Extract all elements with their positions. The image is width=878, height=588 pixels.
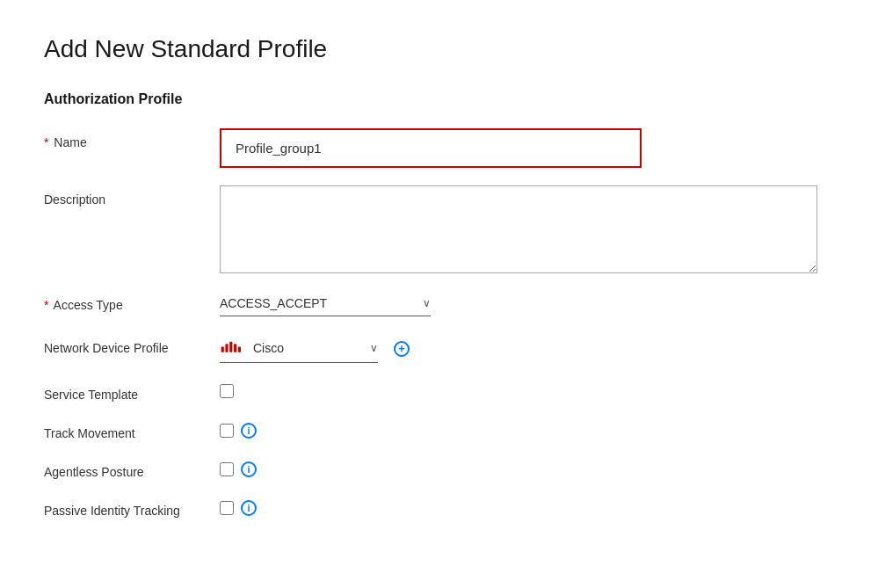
access-type-chevron-icon: ∨ bbox=[423, 297, 431, 309]
access-type-dropdown[interactable]: ACCESS_ACCEPT ∨ bbox=[220, 291, 431, 316]
name-label: * Name bbox=[44, 128, 220, 149]
agentless-posture-checkbox[interactable] bbox=[220, 462, 234, 476]
access-type-row: * Access Type ACCESS_ACCEPT ∨ bbox=[44, 291, 834, 316]
description-textarea[interactable] bbox=[220, 185, 817, 273]
agentless-posture-info-icon[interactable]: i bbox=[241, 461, 257, 477]
name-field-wrap bbox=[220, 128, 817, 168]
description-field-wrap bbox=[220, 185, 817, 277]
track-movement-label: Track Movement bbox=[44, 419, 220, 440]
name-row: * Name bbox=[44, 128, 834, 168]
agentless-posture-checkbox-wrap: i bbox=[220, 458, 817, 477]
network-device-profile-value: Cisco bbox=[253, 341, 363, 355]
access-type-label: * Access Type bbox=[44, 291, 220, 312]
access-type-value: ACCESS_ACCEPT bbox=[220, 296, 416, 310]
passive-identity-tracking-checkbox[interactable] bbox=[220, 501, 234, 515]
service-template-row: Service Template bbox=[44, 381, 834, 402]
svg-rect-3 bbox=[234, 344, 236, 352]
network-device-profile-dropdown[interactable]: Cisco ∨ bbox=[220, 334, 378, 363]
passive-identity-tracking-info-icon[interactable]: i bbox=[241, 500, 257, 516]
network-device-profile-row: Network Device Profile bbox=[44, 334, 834, 363]
service-template-checkbox[interactable] bbox=[220, 384, 234, 398]
svg-rect-1 bbox=[225, 344, 228, 352]
authorization-profile-section: Authorization Profile * Name Description… bbox=[44, 91, 834, 518]
network-device-profile-wrap: Cisco ∨ + bbox=[220, 334, 817, 363]
access-type-required-marker: * bbox=[44, 298, 48, 312]
name-required-marker: * bbox=[44, 135, 48, 149]
access-type-field-wrap: ACCESS_ACCEPT ∨ bbox=[220, 291, 817, 316]
page-title: Add New Standard Profile bbox=[44, 35, 834, 63]
section-title: Authorization Profile bbox=[44, 91, 834, 107]
description-row: Description bbox=[44, 185, 834, 277]
agentless-posture-wrap: i bbox=[220, 458, 817, 477]
service-template-wrap bbox=[220, 381, 817, 398]
network-device-profile-label: Network Device Profile bbox=[44, 334, 220, 355]
name-input[interactable] bbox=[236, 141, 626, 156]
track-movement-wrap: i bbox=[220, 419, 817, 439]
network-device-profile-chevron-icon: ∨ bbox=[370, 342, 378, 354]
track-movement-checkbox-wrap: i bbox=[220, 419, 817, 439]
passive-identity-tracking-checkbox-wrap: i bbox=[220, 497, 817, 516]
passive-identity-tracking-label: Passive Identity Tracking bbox=[44, 497, 220, 518]
passive-identity-tracking-row: Passive Identity Tracking i bbox=[44, 497, 834, 518]
cisco-logo-icon bbox=[220, 339, 248, 357]
track-movement-checkbox[interactable] bbox=[220, 424, 234, 438]
agentless-posture-row: Agentless Posture i bbox=[44, 458, 834, 479]
service-template-label: Service Template bbox=[44, 381, 220, 402]
agentless-posture-label: Agentless Posture bbox=[44, 458, 220, 479]
service-template-checkbox-wrap bbox=[220, 381, 817, 398]
track-movement-row: Track Movement i bbox=[44, 419, 834, 440]
svg-rect-0 bbox=[221, 346, 224, 352]
svg-rect-4 bbox=[238, 346, 241, 352]
passive-identity-tracking-wrap: i bbox=[220, 497, 817, 516]
add-network-device-profile-button[interactable]: + bbox=[394, 341, 410, 357]
description-label: Description bbox=[44, 185, 220, 207]
svg-rect-2 bbox=[229, 342, 232, 352]
track-movement-info-icon[interactable]: i bbox=[241, 423, 257, 439]
name-field-box bbox=[220, 128, 642, 168]
